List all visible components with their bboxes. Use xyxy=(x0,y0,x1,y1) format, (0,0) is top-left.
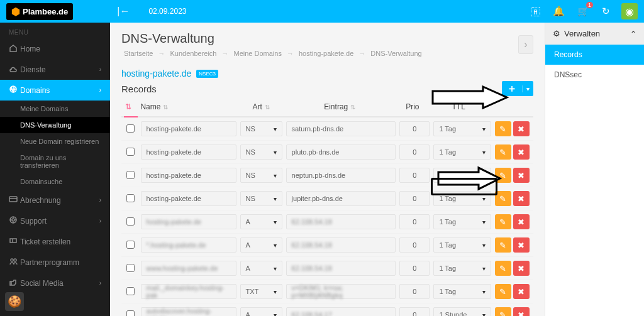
name-field[interactable]: hosting-pakete.de xyxy=(141,168,236,183)
art-select[interactable]: A▾ xyxy=(240,214,282,229)
edit-button[interactable]: ✎ xyxy=(495,261,511,276)
prio-field[interactable]: 0 xyxy=(399,237,430,253)
col-prio[interactable]: Prio xyxy=(406,102,419,111)
cookie-settings-icon[interactable]: 🍪 xyxy=(5,292,24,311)
prio-field[interactable]: 0 xyxy=(399,191,430,206)
art-select[interactable]: TXT▾ xyxy=(240,284,282,299)
ttl-select[interactable]: 1 Stunde▾ xyxy=(433,307,491,316)
col-eintrag[interactable]: Eintrag xyxy=(324,102,348,111)
eintrag-field[interactable]: 62.108.54.18 xyxy=(286,261,396,276)
row-checkbox[interactable] xyxy=(126,171,135,179)
sidebar-item-partnerprogramm[interactable]: Partnerprogramm xyxy=(0,252,110,273)
add-record-button[interactable]: ＋▾ xyxy=(502,81,533,96)
cart-icon[interactable]: 🛒1 xyxy=(577,6,589,17)
delete-button[interactable]: ✖ xyxy=(513,168,530,183)
eintrag-field[interactable]: v=DKIM1; k=rsa; p=MIIBIjANBgkq xyxy=(286,284,396,299)
sidebar-item-dienste[interactable]: Dienste› xyxy=(0,59,110,80)
edit-button[interactable]: ✎ xyxy=(495,214,511,229)
sort-icon[interactable]: ⇅ xyxy=(125,102,131,111)
delete-button[interactable]: ✖ xyxy=(513,121,530,136)
next-page-button[interactable]: › xyxy=(518,35,533,54)
ttl-select[interactable]: 1 Tag▾ xyxy=(433,237,491,253)
col-art[interactable]: Art xyxy=(253,102,262,111)
sidebar-item-ticket-erstellen[interactable]: Ticket erstellen xyxy=(0,231,110,252)
delete-button[interactable]: ✖ xyxy=(513,261,530,276)
prio-field[interactable]: 0 xyxy=(399,144,430,160)
brand-logo[interactable]: ⬢Plambee.de xyxy=(6,3,73,20)
eintrag-field[interactable]: pluto.pb-dns.de xyxy=(286,144,396,160)
row-checkbox[interactable] xyxy=(126,148,135,156)
breadcrumb-item[interactable]: Kundenbereich xyxy=(170,50,216,57)
sidebar-item-abrechnung[interactable]: Abrechnung› xyxy=(0,190,110,210)
delete-button[interactable]: ✖ xyxy=(513,284,530,299)
row-checkbox[interactable] xyxy=(126,310,135,317)
row-checkbox[interactable] xyxy=(126,287,135,295)
eintrag-field[interactable]: jupiter.pb-dns.de xyxy=(286,191,396,206)
row-checkbox[interactable] xyxy=(126,124,135,133)
art-select[interactable]: NS▾ xyxy=(240,191,282,206)
prio-field[interactable]: 0 xyxy=(399,214,430,229)
col-name[interactable]: Name xyxy=(140,102,160,111)
sidebar-sub-domain-zu-uns-transferieren[interactable]: Domain zu uns transferieren xyxy=(0,150,110,173)
eintrag-field[interactable]: 62.108.54.18 xyxy=(286,237,396,253)
language-icon[interactable]: 🇦 xyxy=(531,6,540,17)
breadcrumb-item[interactable]: hosting-pakete.de xyxy=(299,50,353,57)
delete-button[interactable]: ✖ xyxy=(513,307,530,316)
edit-button[interactable]: ✎ xyxy=(495,284,511,299)
name-field[interactable]: mail._domainkey.hosting-pak xyxy=(141,284,236,299)
sidebar-item-support[interactable]: Support› xyxy=(0,210,110,231)
right-panel-header[interactable]: ⚙ Verwalten ⌃ xyxy=(545,23,644,45)
prio-field[interactable]: 0 xyxy=(399,168,430,183)
prio-field[interactable]: 0 xyxy=(399,121,430,136)
edit-button[interactable]: ✎ xyxy=(495,168,511,183)
sidebar-item-home[interactable]: Home xyxy=(0,38,110,59)
col-ttl[interactable]: TTL xyxy=(452,102,465,111)
ttl-select[interactable]: 1 Tag▾ xyxy=(433,191,491,206)
domain-name[interactable]: hosting-pakete.de xyxy=(121,68,191,79)
row-checkbox[interactable] xyxy=(126,241,135,249)
ttl-select[interactable]: 1 Tag▾ xyxy=(433,261,491,276)
ttl-select[interactable]: 1 Tag▾ xyxy=(433,144,491,160)
eintrag-field[interactable]: neptun.pb-dns.de xyxy=(286,168,396,183)
user-menu[interactable]: ◉ xyxy=(621,3,638,19)
ttl-select[interactable]: 1 Tag▾ xyxy=(433,121,491,136)
name-field[interactable]: *.hosting-pakete.de xyxy=(141,237,236,253)
sidebar-sub-dns-verwaltung[interactable]: DNS-Verwaltung xyxy=(0,117,110,133)
prio-field[interactable]: 0 xyxy=(399,307,430,316)
name-field[interactable]: hosting-pakete.de xyxy=(141,144,236,160)
delete-button[interactable]: ✖ xyxy=(513,144,530,160)
history-icon[interactable]: ↻ xyxy=(602,6,610,17)
panel-item-dnssec[interactable]: DNSsec xyxy=(545,65,644,85)
art-select[interactable]: A▾ xyxy=(240,237,282,253)
sidebar-item-social-media[interactable]: Social Media› xyxy=(0,273,110,293)
collapse-sidebar-icon[interactable]: |← xyxy=(117,6,130,17)
art-select[interactable]: NS▾ xyxy=(240,121,282,136)
ttl-select[interactable]: 1 Tag▾ xyxy=(433,284,491,299)
edit-button[interactable]: ✎ xyxy=(495,121,511,136)
name-field[interactable]: www.hosting-pakete.de xyxy=(141,261,236,276)
art-select[interactable]: A▾ xyxy=(240,261,282,276)
art-select[interactable]: NS▾ xyxy=(240,144,282,160)
prio-field[interactable]: 0 xyxy=(399,261,430,276)
sidebar-sub-neue-domain-registrieren[interactable]: Neue Domain registrieren xyxy=(0,133,110,150)
breadcrumb-item[interactable]: Meine Domains xyxy=(233,50,281,57)
eintrag-field[interactable]: saturn.pb-dns.de xyxy=(286,121,396,136)
name-field[interactable]: hosting-pakete.de xyxy=(141,191,236,206)
edit-button[interactable]: ✎ xyxy=(495,144,511,160)
eintrag-field[interactable]: 62.108.54.18 xyxy=(286,214,396,229)
sidebar-item-domains[interactable]: Domains› xyxy=(0,80,110,101)
breadcrumb-item[interactable]: Startseite xyxy=(124,50,153,57)
prio-field[interactable]: 0 xyxy=(399,284,430,299)
delete-button[interactable]: ✖ xyxy=(513,191,530,206)
art-select[interactable]: NS▾ xyxy=(240,168,282,183)
row-checkbox[interactable] xyxy=(126,264,135,272)
name-field[interactable]: autodiscover.hosting-pakete xyxy=(141,307,236,316)
ttl-select[interactable]: 1 Tag▾ xyxy=(433,214,491,229)
delete-button[interactable]: ✖ xyxy=(513,214,530,229)
art-select[interactable]: A▾ xyxy=(240,307,282,316)
ttl-select[interactable]: 1 Tag▾ xyxy=(433,168,491,183)
eintrag-field[interactable]: 62.108.54.17 xyxy=(286,307,396,316)
edit-button[interactable]: ✎ xyxy=(495,237,511,253)
row-checkbox[interactable] xyxy=(126,217,135,226)
sidebar-sub-meine-domains[interactable]: Meine Domains xyxy=(0,101,110,117)
